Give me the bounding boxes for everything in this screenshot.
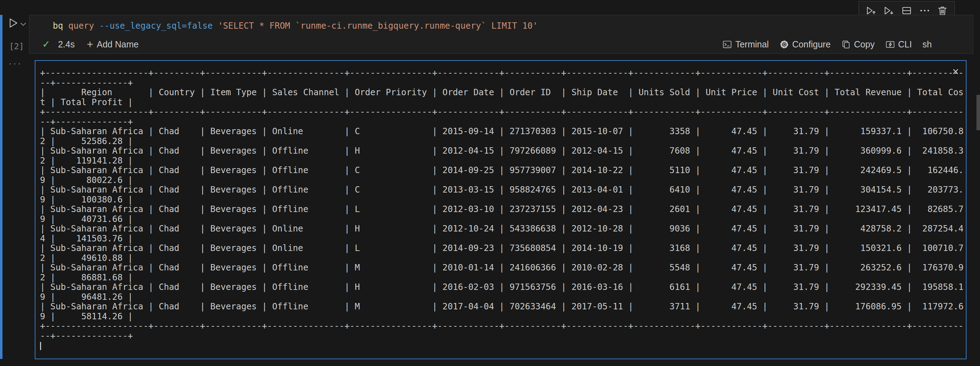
cli-action-button[interactable]: CLI xyxy=(885,39,912,49)
focused-cell-indicator-bar xyxy=(0,15,3,359)
play-icon xyxy=(7,17,19,29)
plus-icon: + xyxy=(87,39,93,50)
editor-scrollbar-thumb[interactable] xyxy=(977,95,980,130)
run-cell-button[interactable] xyxy=(7,17,19,29)
cell-code-editor[interactable]: bq query --use_legacy_sql=false 'SELECT … xyxy=(53,21,538,31)
terminal-action-button[interactable]: Terminal xyxy=(722,39,768,49)
language-picker[interactable]: sh xyxy=(923,39,932,49)
code-token-flag: --use_legacy_sql=false xyxy=(99,21,213,31)
code-token-query-string: 'SELECT * FROM `runme-ci.runme_bigquery.… xyxy=(218,21,538,31)
close-output-icon[interactable]: ✕ xyxy=(952,66,959,76)
terminal-action-label: Terminal xyxy=(735,39,768,49)
copy-action-label: Copy xyxy=(854,39,874,49)
add-name-label: Add Name xyxy=(97,39,138,49)
gear-icon xyxy=(780,40,789,49)
cell-status-bar: ✓ 2.4s + Add Name Terminal Configure xyxy=(42,38,932,51)
cli-action-label: CLI xyxy=(898,39,912,49)
status-actions: Terminal Configure Copy xyxy=(722,39,932,49)
terminal-icon xyxy=(722,40,732,49)
code-token-program: bq xyxy=(53,21,63,31)
copy-icon xyxy=(841,40,851,49)
cli-bolt-icon xyxy=(885,40,895,49)
add-name-button[interactable]: + Add Name xyxy=(87,39,138,50)
success-check-icon: ✓ xyxy=(42,39,50,50)
code-token-subcommand: query xyxy=(68,21,94,31)
execution-count: [2] xyxy=(9,42,24,51)
run-options-chevron-down-icon[interactable] xyxy=(21,21,26,28)
terminal-text: +--------------------+---------+--------… xyxy=(35,61,966,352)
copy-action-button[interactable]: Copy xyxy=(841,39,874,49)
terminal-cursor xyxy=(40,342,41,350)
notebook-cell: bq query --use_legacy_sql=false 'SELECT … xyxy=(29,15,973,54)
configure-action-label: Configure xyxy=(792,39,830,49)
configure-action-button[interactable]: Configure xyxy=(780,39,830,49)
cell-more-actions-icon[interactable]: ··· xyxy=(8,58,22,69)
execution-duration: 2.4s xyxy=(58,39,75,49)
terminal-output-panel: +--------------------+---------+--------… xyxy=(35,60,967,359)
